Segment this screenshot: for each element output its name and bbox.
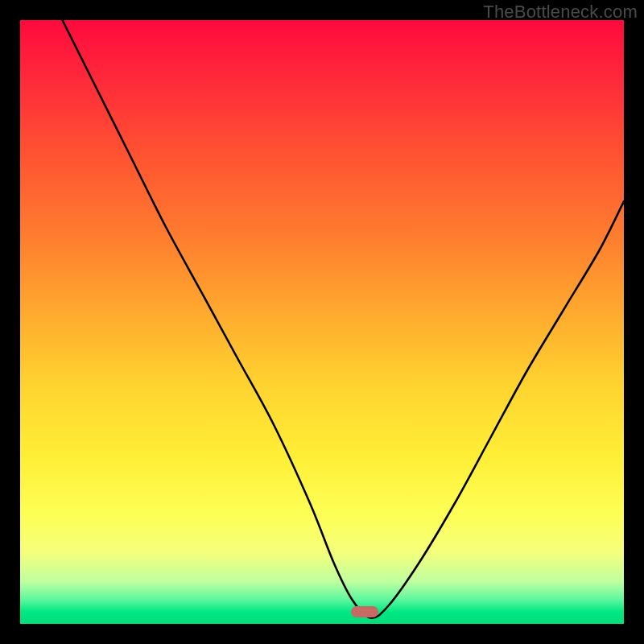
plot-area: [20, 20, 624, 624]
bottleneck-curve: [20, 20, 624, 624]
optimal-marker: [351, 606, 378, 617]
chart-frame: TheBottleneck.com: [0, 0, 644, 644]
watermark-text: TheBottleneck.com: [483, 2, 638, 23]
